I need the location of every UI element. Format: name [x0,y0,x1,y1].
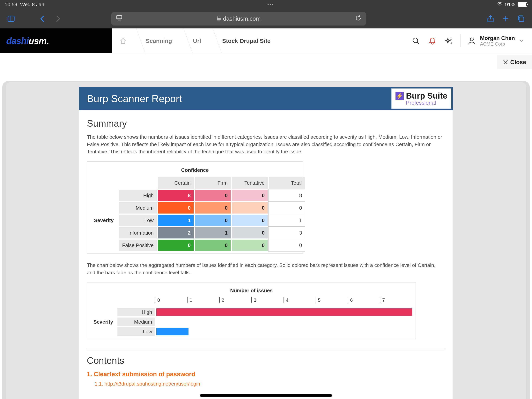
table-cell: 0 [157,202,194,214]
ipad-status-bar: 10:59 Wed 8 Jan ••• 91% [0,0,532,9]
svg-line-11 [417,42,419,44]
summary-heading: Summary [87,118,445,129]
burp-suite-badge: ⚡Burp Suite Professional [391,89,451,109]
home-indicator[interactable] [200,394,332,397]
report-sheet: Burp Scanner Report ⚡Burp Suite Professi… [6,82,526,399]
multitask-dots[interactable]: ••• [44,2,497,7]
table-cell: 0 [157,239,194,251]
table-row-label: High [118,189,157,202]
table-cell: 0 [194,214,231,227]
contents-heading: Contents [87,355,445,366]
user-menu[interactable]: Morgan Chen ACME Corp [468,35,524,47]
table-cell: 0 [194,202,231,214]
table-row-label: False Positive [118,239,157,251]
svg-rect-1 [8,16,14,21]
summary-table: Confidence CertainFirmTentativeTotalHigh… [87,161,303,254]
sidebar-toggle-icon[interactable] [6,13,16,24]
report-header: Burp Scanner Report ⚡Burp Suite Professi… [79,87,453,110]
table-cell-total: 8 [268,189,305,202]
share-icon[interactable] [485,13,496,24]
chart-row-label: High [117,307,156,317]
chart-row-label: Medium [117,317,156,327]
table-col-header: Certain [157,177,194,189]
chart-x-axis: 01234567 [156,297,413,307]
page-settings-icon[interactable] [116,15,122,23]
forward-button [53,13,63,24]
close-button[interactable]: Close [497,55,532,69]
table-cell: 2 [157,227,194,239]
table-cell: 0 [231,189,268,202]
app-logo[interactable]: dashiusm. [0,28,112,53]
table-cell-total: 1 [268,214,305,227]
chart-bar [156,317,413,327]
back-button[interactable] [37,13,48,24]
chart-bar [156,307,413,317]
table-cell: 0 [194,239,231,251]
svg-point-16 [470,38,473,41]
breadcrumb-home[interactable] [112,28,136,53]
breadcrumb-site[interactable]: Stock Drupal Site [213,28,282,53]
chart-y-label: Severity [89,317,117,327]
table-cell: 0 [231,239,268,251]
chart-row-label: Low [117,327,156,336]
battery-percent: 91% [505,1,515,8]
summary-paragraph: The table below shows the numbers of iss… [87,134,445,155]
table-cell: 1 [157,214,194,227]
table-cell: 0 [231,202,268,214]
table-col-header: Firm [194,177,231,189]
chart-paragraph: The chart below shows the aggregated num… [87,262,445,276]
table-col-header: Total [268,177,305,189]
svg-rect-3 [117,16,122,19]
burp-logo-icon: ⚡ [395,92,404,100]
issues-chart: Number of issues 01234567HighSeverityMed… [87,282,416,339]
table-cell: 8 [157,189,194,202]
svg-point-10 [413,38,418,43]
safari-toolbar: dashiusm.com [0,9,532,28]
table-col-header: Tentative [231,177,268,189]
table-cell: 0 [231,227,268,239]
svg-rect-9 [519,17,524,22]
chart-bar [156,327,413,336]
table-row-label: Information [118,227,157,239]
user-org: ACME Corp [480,41,515,47]
table-row-label: Low [118,214,157,227]
table-cell-total: 0 [268,202,305,214]
contents-item[interactable]: 1. Cleartext submission of password [87,371,445,378]
tabs-icon[interactable] [516,13,526,24]
table-side-label: Severity [89,214,118,227]
lock-icon [217,15,221,22]
chart-title: Number of issues [89,285,413,297]
report: Burp Scanner Report ⚡Burp Suite Professi… [79,87,453,399]
chevron-down-icon [519,38,524,44]
svg-rect-6 [217,18,221,20]
wifi-icon [497,1,503,8]
reload-icon[interactable] [355,15,362,23]
divider [87,349,445,349]
url-host: dashiusm.com [223,15,260,22]
table-caption: Confidence [89,164,301,177]
user-name: Morgan Chen [480,35,515,41]
battery-icon [518,2,527,7]
svg-point-0 [500,6,500,6]
user-icon [468,37,476,45]
table-cell: 0 [231,214,268,227]
status-time-date: 10:59 Wed 8 Jan [5,1,44,8]
search-icon[interactable] [411,36,421,45]
table-cell-total: 0 [268,239,305,251]
app-header: dashiusm. Scanning Url Stock Drupal Site [0,28,532,53]
new-tab-icon[interactable] [500,13,511,24]
sparkle-icon[interactable] [444,36,453,45]
table-row-label: Medium [118,202,157,214]
address-bar[interactable]: dashiusm.com [111,12,366,26]
breadcrumb-scanning[interactable]: Scanning [136,28,184,53]
table-cell: 0 [194,189,231,202]
contents-link[interactable]: 1.1. http://t3drupal.spuhosting.net/en/u… [87,381,445,387]
breadcrumb: Scanning Url Stock Drupal Site [112,28,282,53]
breadcrumb-url[interactable]: Url [184,28,213,53]
close-icon [503,59,508,65]
notifications-icon[interactable] [428,36,437,45]
report-title: Burp Scanner Report [87,93,182,104]
table-cell-total: 3 [268,227,305,239]
table-cell: 1 [194,227,231,239]
